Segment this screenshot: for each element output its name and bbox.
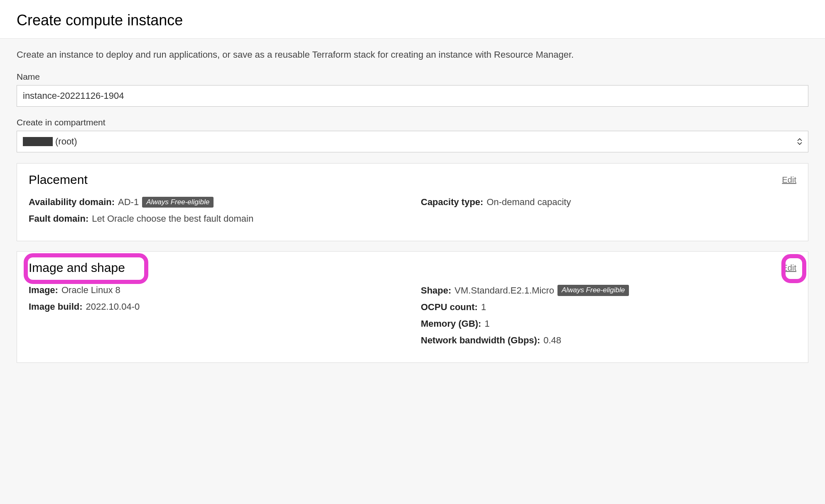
placement-title: Placement xyxy=(29,173,88,187)
placement-right-col: Capacity type: On-demand capacity xyxy=(421,197,796,230)
image-shape-panel-head: Image and shape Edit xyxy=(29,261,796,275)
image-build-value: 2022.10.04-0 xyxy=(86,301,140,312)
capacity-type-label: Capacity type: xyxy=(421,197,483,208)
content-area: Create an instance to deploy and run app… xyxy=(0,39,825,389)
capacity-type-value: On-demand capacity xyxy=(486,197,571,208)
availability-free-badge: Always Free-eligible xyxy=(142,197,214,208)
image-shape-right-col: Shape: VM.Standard.E2.1.Micro Always Fre… xyxy=(421,285,796,351)
redacted-compartment-name xyxy=(23,137,53,146)
image-shape-title: Image and shape xyxy=(29,261,125,275)
image-value: Oracle Linux 8 xyxy=(61,285,120,296)
image-shape-panel: Image and shape Edit Image: Oracle Linux… xyxy=(17,251,808,362)
availability-domain-label: Availability domain: xyxy=(29,197,115,208)
image-shape-left-col: Image: Oracle Linux 8 Image build: 2022.… xyxy=(29,285,404,351)
placement-panel-head: Placement Edit xyxy=(29,173,796,187)
fault-domain-value: Let Oracle choose the best fault domain xyxy=(92,213,253,224)
placement-panel: Placement Edit Availability domain: AD-1… xyxy=(17,163,808,241)
shape-value: VM.Standard.E2.1.Micro xyxy=(454,285,554,296)
header-bar: Create compute instance xyxy=(0,0,825,39)
name-input[interactable] xyxy=(17,85,808,107)
memory-label: Memory (GB): xyxy=(421,318,481,329)
shape-free-badge: Always Free-eligible xyxy=(557,285,629,296)
intro-text: Create an instance to deploy and run app… xyxy=(17,49,808,60)
bandwidth-row: Network bandwidth (Gbps): 0.48 xyxy=(421,335,796,346)
compartment-field-group: Create in compartment (root) xyxy=(17,117,808,152)
fault-domain-label: Fault domain: xyxy=(29,213,88,224)
image-label: Image: xyxy=(29,285,58,296)
image-build-row: Image build: 2022.10.04-0 xyxy=(29,301,404,312)
image-shape-columns: Image: Oracle Linux 8 Image build: 2022.… xyxy=(29,285,796,351)
image-row: Image: Oracle Linux 8 xyxy=(29,285,404,296)
capacity-type-row: Capacity type: On-demand capacity xyxy=(421,197,796,208)
shape-label: Shape: xyxy=(421,285,451,296)
availability-domain-value: AD-1 xyxy=(118,197,139,208)
image-build-label: Image build: xyxy=(29,301,83,312)
bandwidth-label: Network bandwidth (Gbps): xyxy=(421,335,540,346)
name-label: Name xyxy=(17,72,808,82)
placement-edit-link[interactable]: Edit xyxy=(782,175,796,185)
compartment-select[interactable]: (root) xyxy=(17,131,808,152)
ocpu-value: 1 xyxy=(481,302,486,313)
bandwidth-value: 0.48 xyxy=(543,335,561,346)
shape-row: Shape: VM.Standard.E2.1.Micro Always Fre… xyxy=(421,285,796,296)
ocpu-row: OCPU count: 1 xyxy=(421,302,796,313)
memory-row: Memory (GB): 1 xyxy=(421,318,796,329)
compartment-label: Create in compartment xyxy=(17,117,808,127)
memory-value: 1 xyxy=(484,318,489,329)
availability-domain-row: Availability domain: AD-1 Always Free-el… xyxy=(29,197,404,208)
compartment-value-suffix: (root) xyxy=(55,136,77,147)
placement-left-col: Availability domain: AD-1 Always Free-el… xyxy=(29,197,404,230)
ocpu-label: OCPU count: xyxy=(421,302,478,313)
select-caret-icon xyxy=(797,138,802,145)
image-shape-edit-link[interactable]: Edit xyxy=(782,263,796,273)
page-title: Create compute instance xyxy=(17,12,808,29)
fault-domain-row: Fault domain: Let Oracle choose the best… xyxy=(29,213,404,224)
placement-columns: Availability domain: AD-1 Always Free-el… xyxy=(29,197,796,230)
name-field-group: Name xyxy=(17,72,808,107)
